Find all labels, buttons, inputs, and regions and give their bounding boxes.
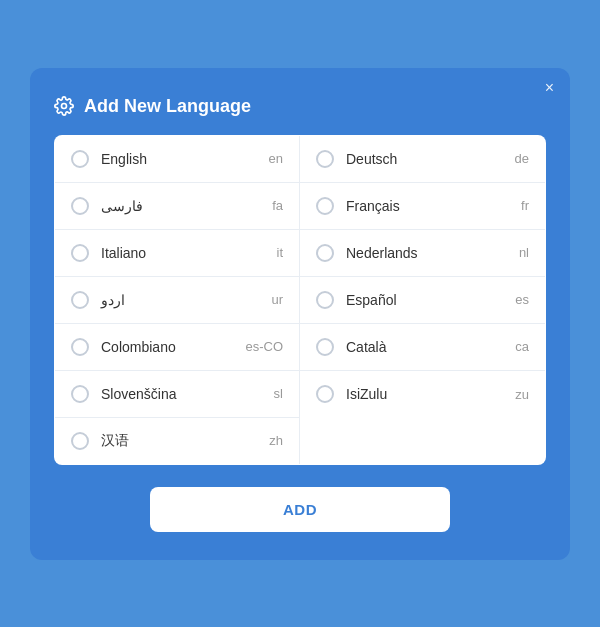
- language-code: sl: [274, 386, 283, 401]
- language-code: en: [269, 151, 283, 166]
- language-code: it: [277, 245, 284, 260]
- add-language-modal: × Add New Language EnglishenDeutschdeفار…: [30, 68, 570, 560]
- language-name: Français: [346, 198, 509, 214]
- language-name: 汉语: [101, 432, 257, 450]
- list-item[interactable]: فارسیfa: [55, 183, 300, 230]
- language-name: Català: [346, 339, 503, 355]
- language-code: fa: [272, 198, 283, 213]
- radio-circle: [316, 385, 334, 403]
- gear-icon: [54, 96, 74, 116]
- list-item[interactable]: Catalàca: [300, 324, 545, 371]
- radio-circle: [71, 244, 89, 262]
- languages-grid: EnglishenDeutschdeفارسیfaFrançaisfrItali…: [54, 135, 546, 465]
- language-name: Colombiano: [101, 339, 233, 355]
- list-item[interactable]: 汉语zh: [55, 418, 300, 464]
- modal-header: Add New Language: [54, 96, 546, 117]
- language-name: English: [101, 151, 257, 167]
- list-item[interactable]: Françaisfr: [300, 183, 545, 230]
- radio-circle: [316, 197, 334, 215]
- list-item[interactable]: اردوur: [55, 277, 300, 324]
- add-button[interactable]: ADD: [150, 487, 450, 532]
- language-code: ca: [515, 339, 529, 354]
- language-name: اردو: [101, 292, 259, 308]
- language-name: Slovenščina: [101, 386, 262, 402]
- list-item[interactable]: Españoles: [300, 277, 545, 324]
- list-item[interactable]: Slovenščinasl: [55, 371, 300, 418]
- radio-circle: [316, 150, 334, 168]
- radio-circle: [71, 150, 89, 168]
- list-item[interactable]: Nederlandsnl: [300, 230, 545, 277]
- language-name: فارسی: [101, 198, 260, 214]
- language-name: Deutsch: [346, 151, 503, 167]
- radio-circle: [316, 338, 334, 356]
- list-item[interactable]: Colombianoes-CO: [55, 324, 300, 371]
- svg-point-0: [62, 104, 67, 109]
- language-code: ur: [271, 292, 283, 307]
- language-code: zh: [269, 433, 283, 448]
- radio-circle: [316, 244, 334, 262]
- language-name: Nederlands: [346, 245, 507, 261]
- list-item[interactable]: IsiZuluzu: [300, 371, 545, 418]
- language-code: es-CO: [245, 339, 283, 354]
- language-name: Español: [346, 292, 503, 308]
- language-code: es: [515, 292, 529, 307]
- radio-circle: [316, 291, 334, 309]
- radio-circle: [71, 338, 89, 356]
- list-item[interactable]: Deutschde: [300, 136, 545, 183]
- list-item[interactable]: Englishen: [55, 136, 300, 183]
- modal-title: Add New Language: [84, 96, 251, 117]
- language-code: de: [515, 151, 529, 166]
- language-name: Italiano: [101, 245, 265, 261]
- radio-circle: [71, 197, 89, 215]
- language-code: fr: [521, 198, 529, 213]
- radio-circle: [71, 432, 89, 450]
- close-button[interactable]: ×: [545, 80, 554, 96]
- radio-circle: [71, 385, 89, 403]
- language-code: nl: [519, 245, 529, 260]
- list-item[interactable]: Italianoit: [55, 230, 300, 277]
- language-name: IsiZulu: [346, 386, 503, 402]
- language-code: zu: [515, 387, 529, 402]
- radio-circle: [71, 291, 89, 309]
